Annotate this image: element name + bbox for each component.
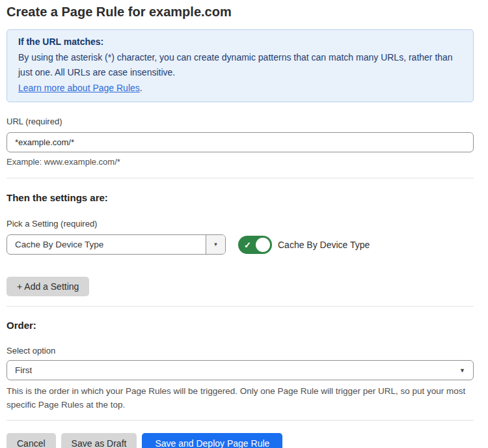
chevron-down-icon: ▼ [459,367,465,373]
setting-select[interactable]: Cache By Device Type ▼ [7,234,226,255]
setting-toggle-label: Cache By Device Type [278,240,370,250]
setting-toggle[interactable]: ✓ [238,236,272,254]
divider [7,178,474,178]
link-suffix: . [140,83,142,93]
settings-section-heading: Then the settings are: [7,192,474,204]
url-input[interactable] [7,132,474,152]
chevron-down-icon: ▼ [213,242,219,247]
learn-more-link[interactable]: Learn more about Page Rules [18,83,140,93]
cancel-button[interactable]: Cancel [7,433,56,448]
add-setting-button[interactable]: + Add a Setting [7,277,89,296]
order-help-text: This is the order in which your Page Rul… [7,384,474,412]
setting-picker-label: Pick a Setting (required) [7,219,474,229]
url-match-info-banner: If the URL matches: By using the asteris… [7,29,474,102]
order-select-label: Select option [7,346,474,356]
toggle-knob [256,238,270,252]
setting-select-value: Cache By Device Type [7,240,103,249]
order-select[interactable]: First ▼ [7,360,474,380]
url-field-label: URL (required) [7,117,474,127]
setting-select-arrow-button[interactable]: ▼ [206,235,225,254]
save-and-deploy-button[interactable]: Save and Deploy Page Rule [142,433,282,448]
divider [7,306,474,307]
divider [7,420,474,421]
page-title: Create a Page Rule for example.com [7,4,474,20]
save-as-draft-button[interactable]: Save as Draft [61,433,137,448]
form-actions: Cancel Save as Draft Save and Deploy Pag… [7,433,474,448]
order-section-heading: Order: [7,320,474,331]
page-rule-form: Create a Page Rule for example.com If th… [7,4,474,448]
info-banner-link-line: Learn more about Page Rules. [18,81,462,96]
info-banner-body: By using the asterisk (*) character, you… [18,50,462,81]
order-select-value: First [7,365,32,375]
info-banner-heading: If the URL matches: [18,35,462,50]
url-example-text: Example: www.example.com/* [7,157,474,167]
setting-row: Cache By Device Type ▼ ✓ Cache By Device… [7,234,474,255]
check-icon: ✓ [244,240,251,249]
